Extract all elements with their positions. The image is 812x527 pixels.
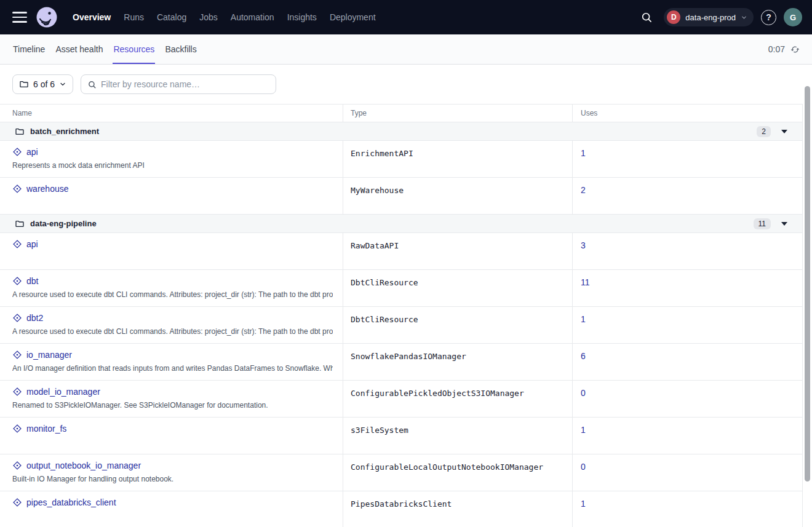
group-count-badge: 11 [754,218,771,229]
resource-filter-box [81,74,276,94]
table-row: dbt A resource used to execute dbt CLI c… [0,270,802,307]
resource-uses-link[interactable]: 6 [581,351,586,361]
resource-icon [12,387,22,397]
primary-nav: Overview Runs Catalog Jobs Automation In… [73,12,376,22]
resource-icon [12,461,22,470]
folder-icon [19,79,29,89]
resource-name-link[interactable]: model_io_manager [26,387,100,397]
resource-type: RawDataAPI [343,233,572,269]
resource-description: A resource used to execute dbt CLI comma… [12,327,333,336]
deployment-badge: D [667,10,680,24]
group-count-badge: 2 [757,126,771,137]
group-row-batch-enrichment[interactable]: batch_enrichment 2 [0,122,802,141]
group-row-data-eng-pipeline[interactable]: data-eng-pipeline 11 [0,215,802,233]
folder-icon [15,127,25,137]
resource-type: ConfigurableLocalOutputNotebookIOManager [343,454,572,491]
resource-name-link[interactable]: dbt [26,276,38,286]
resource-name-link[interactable]: warehouse [26,184,69,194]
resource-description: Renamed to S3PickleIOManager. See S3Pick… [12,401,333,410]
nav-item-jobs[interactable]: Jobs [199,12,218,22]
resource-uses-link[interactable]: 0 [581,462,586,472]
menu-icon[interactable] [12,12,27,23]
resource-uses-link[interactable]: 1 [581,148,586,158]
table-header: Name Type Uses [0,105,802,122]
resource-uses-link[interactable]: 2 [581,185,586,195]
folder-icon [15,219,25,229]
tab-resources[interactable]: Resources [113,34,155,64]
code-location-filter-label: 6 of 6 [33,79,55,89]
resource-uses-link[interactable]: 1 [581,425,586,435]
code-location-filter-button[interactable]: 6 of 6 [12,74,73,94]
resource-uses-link[interactable]: 0 [581,388,586,398]
nav-item-automation[interactable]: Automation [231,12,274,22]
tab-timeline[interactable]: Timeline [12,34,46,64]
nav-item-catalog[interactable]: Catalog [157,12,186,22]
resource-icon [12,184,22,194]
table-row: warehouse MyWarehouse 2 [0,178,802,215]
resource-icon [12,350,22,360]
overview-tabbar: Timeline Asset health Resources Backfill… [0,34,812,65]
refresh-countdown: 0:07 [768,44,785,54]
resource-type: DbtCliResource [343,307,572,343]
resource-uses-link[interactable]: 11 [581,277,590,287]
resource-name-link[interactable]: monitor_fs [26,424,66,434]
top-nav-right: D data-eng-prod ? G [637,7,802,27]
resources-toolbar: 6 of 6 [0,65,812,104]
resource-uses-link[interactable]: 3 [581,240,586,250]
group-name: batch_enrichment [30,127,99,136]
table-row: dbt2 A resource used to execute dbt CLI … [0,307,802,344]
refresh-icon[interactable] [790,45,800,54]
resource-description: Represents a mock data enrichment API [12,161,333,170]
resource-name-link[interactable]: api [26,239,38,249]
deployment-switcher[interactable]: D data-eng-prod [664,8,754,26]
resource-icon [12,239,22,249]
nav-item-insights[interactable]: Insights [287,12,317,22]
nav-item-deployment[interactable]: Deployment [330,12,376,22]
resource-icon [12,313,22,323]
column-header-name: Name [0,105,343,122]
resource-name-link[interactable]: output_notebook_io_manager [26,461,141,470]
resource-name-link[interactable]: dbt2 [26,313,43,323]
resource-uses-link[interactable]: 1 [581,499,586,509]
collapse-caret-icon[interactable] [781,130,787,133]
nav-item-overview[interactable]: Overview [73,12,111,22]
deployment-name: data-eng-prod [685,13,736,22]
table-row: monitor_fs s3FileSystem 1 [0,418,802,454]
resource-type: s3FileSystem [343,418,572,454]
search-icon [87,80,97,89]
search-icon[interactable] [637,7,656,27]
resource-type: EnrichmentAPI [343,141,572,177]
resource-name-link[interactable]: api [26,147,38,157]
table-row: io_manager An I/O manager definition tha… [0,344,802,381]
resource-icon [12,497,22,507]
resource-description: Built-in IO Manager for handling output … [12,475,333,483]
tab-asset-health[interactable]: Asset health [55,34,103,64]
collapse-caret-icon[interactable] [781,222,787,226]
resource-type: ConfigurablePickledObjectS3IOManager [343,381,572,417]
user-avatar[interactable]: G [784,8,802,26]
resource-uses-link[interactable]: 1 [581,314,586,324]
chevron-down-icon [59,81,66,88]
nav-item-runs[interactable]: Runs [124,12,144,22]
resource-type: SnowflakePandasIOManager [343,344,572,380]
table-row: output_notebook_io_manager Built-in IO M… [0,454,802,491]
vertical-scrollbar[interactable] [805,86,810,481]
column-header-uses: Uses [572,105,802,122]
resource-icon [12,424,22,434]
resource-filter-input[interactable] [101,79,269,89]
table-row: api Represents a mock data enrichment AP… [0,141,802,178]
resource-description: An I/O manager definition that reads inp… [12,364,333,373]
resource-type: PipesDatabricksClient [343,491,572,527]
help-icon[interactable]: ? [761,10,776,25]
resource-name-link[interactable]: pipes_databricks_client [26,497,116,507]
resource-icon [12,276,22,286]
dagster-logo-icon[interactable] [36,6,58,28]
tab-backfills[interactable]: Backfills [164,34,197,64]
group-name: data-eng-pipeline [30,219,97,228]
table-row: model_io_manager Renamed to S3PickleIOMa… [0,381,802,418]
resource-name-link[interactable]: io_manager [26,350,72,360]
resource-type: MyWarehouse [343,178,572,214]
resources-table: Name Type Uses batch_enrichment 2 api Re… [0,104,803,527]
resource-description: A resource used to execute dbt CLI comma… [12,290,333,299]
table-row: api RawDataAPI 3 [0,233,802,270]
